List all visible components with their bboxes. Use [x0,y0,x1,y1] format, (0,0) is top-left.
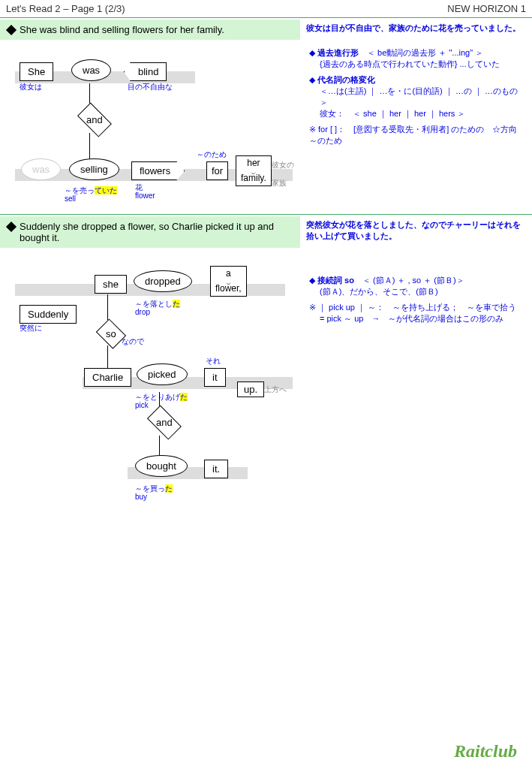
sentence-1-en: She was blind and selling flowers for he… [0,20,300,40]
bullet-icon [6,25,17,35]
section-1: She was blind and selling flowers for he… [0,20,532,213]
diagram-1: She 彼女は was blind 目の不自由な and was selling… [0,40,300,213]
section-2: Suddenly she dropped a flower, so Charli… [0,216,532,526]
anno-for: ～のため [197,149,227,160]
anno-suddenly: 突然に [20,323,42,333]
footer-logo: Raitclub [454,741,517,761]
sentence-2-jp: 突然彼女が花を落としました、なのでチャーリーはそれを拾い上げて買いました。 [300,216,532,248]
anno-pick: pick [135,401,149,409]
anno-it1: それ [206,356,221,366]
anno-flower: flower [135,191,155,200]
word-was2: was [21,158,61,180]
diagram-2: Suddenly 突然に she dropped ～を落とした drop a ⏝… [0,248,300,526]
header-right: NEW HORIZON 1 [447,3,526,14]
word-and: and [147,406,182,440]
anno-blind: 目の不自由な [128,82,173,92]
anno-she: 彼女は [20,82,42,92]
anno-sell: sell [65,195,76,203]
notes-1: ◆ 過去進行形 ＜ be動詞の過去形 ＋ "...ing" ＞ {過去のある時点… [300,40,532,213]
sentence-1-text: She was blind and selling flowers for he… [20,24,224,35]
word-suddenly: Suddenly [20,305,77,324]
word-dropped: dropped [134,270,192,292]
word-it1: it [204,368,226,387]
word-and: and [77,103,112,137]
word-picked: picked [137,363,188,385]
anno-up: 上方へ [264,384,287,395]
word-a-flower: a ⏝ flower, [210,266,247,297]
word-selling: selling [69,158,119,180]
anno-buy: buy [135,493,147,501]
word-flowers: flowers [131,161,185,180]
sentence-2-en: Suddenly she dropped a flower, so Charli… [0,216,300,248]
anno-family: 家族 [272,178,287,188]
word-bought: bought [135,455,188,477]
anno-her: 彼女の [272,160,294,170]
word-up: up. [237,381,264,397]
bullet-icon [6,222,17,232]
sentence-1-jp: 彼女は目が不自由で、家族のために花を売っていました。 [300,20,532,40]
anno-so: なので [122,336,144,347]
page-header: Let's Read 2 – Page 1 (2/3) NEW HORIZON … [0,0,532,18]
word-for: for [206,161,228,180]
header-left: Let's Read 2 – Page 1 (2/3) [6,3,125,14]
notes-2: ◆ 接続詞 so ＜ (節Ａ) ＋ , so ＋ (節Ｂ)＞ (節Ａ)、だから、… [300,248,532,526]
word-she: She [20,62,53,81]
word-was: was [71,59,111,81]
word-charlie: Charlie [84,368,131,387]
anno-drop: drop [135,308,150,316]
word-blind: blind [124,62,167,81]
word-her-family: her ⏝ family. [236,155,272,186]
sentence-2-text: Suddenly she dropped a flower, so Charli… [20,221,293,243]
word-she: she [95,275,127,294]
word-it2: it. [204,460,228,478]
